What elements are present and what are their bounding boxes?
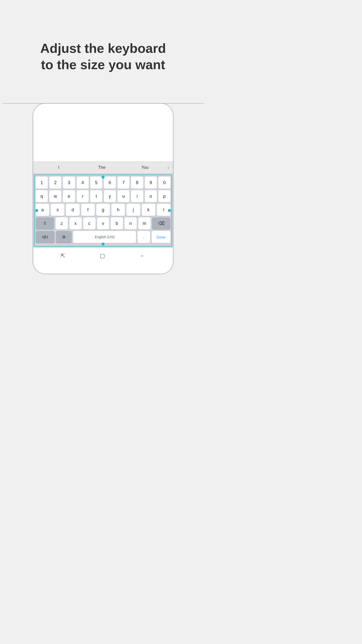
- key-symbols[interactable]: !@1: [36, 231, 55, 243]
- key-e[interactable]: e: [63, 190, 75, 202]
- key-3[interactable]: 3: [63, 177, 75, 189]
- suggestion-arrow: ›: [167, 165, 169, 170]
- key-settings[interactable]: ⚙: [56, 231, 72, 243]
- menu-icon[interactable]: ⇱: [61, 253, 65, 259]
- key-row-numbers: 1 2 3 4 5 6 7 8 9 0: [36, 177, 170, 189]
- suggestion-i[interactable]: I: [37, 165, 80, 170]
- key-8[interactable]: 8: [131, 177, 143, 189]
- keyboard-container: 1 2 3 4 5 6 7 8 9 0 q w e r t: [33, 174, 173, 248]
- keyboard-inner: 1 2 3 4 5 6 7 8 9 0 q w e r t: [35, 175, 171, 246]
- key-delete[interactable]: ⌫: [152, 217, 170, 229]
- key-shift[interactable]: ⇧: [36, 217, 54, 229]
- key-u[interactable]: u: [117, 190, 129, 202]
- key-q[interactable]: q: [36, 190, 48, 202]
- home-icon[interactable]: ▢: [100, 253, 105, 259]
- title-line1: Adjust the keyboard: [40, 41, 166, 56]
- key-m[interactable]: m: [138, 217, 151, 229]
- key-r[interactable]: r: [77, 190, 89, 202]
- page-title: Adjust the keyboard to the size you want: [40, 40, 166, 73]
- key-done[interactable]: Done: [152, 231, 170, 243]
- key-2[interactable]: 2: [49, 177, 61, 189]
- key-k[interactable]: k: [142, 204, 155, 216]
- title-line2: to the size you want: [41, 57, 165, 72]
- key-j[interactable]: j: [126, 204, 140, 216]
- suggestions-bar: I The You ›: [33, 162, 173, 174]
- key-l[interactable]: l: [157, 204, 170, 216]
- key-row-qwerty: q w e r t y u i o p: [36, 190, 170, 202]
- phone-outline: I The You › 1 2 3 4 5: [33, 103, 173, 274]
- key-p[interactable]: p: [158, 190, 170, 202]
- key-space[interactable]: English (US): [73, 231, 136, 243]
- key-7[interactable]: 7: [117, 177, 129, 189]
- back-icon[interactable]: ←: [140, 253, 146, 259]
- screen-area: [33, 104, 173, 162]
- suggestion-the[interactable]: The: [80, 165, 123, 170]
- key-d[interactable]: d: [66, 204, 79, 216]
- key-f[interactable]: f: [81, 204, 95, 216]
- key-o[interactable]: o: [145, 190, 157, 202]
- key-t[interactable]: t: [90, 190, 102, 202]
- phone-mockup: I The You › 1 2 3 4 5: [33, 103, 173, 274]
- key-i[interactable]: i: [131, 190, 143, 202]
- key-1[interactable]: 1: [36, 177, 48, 189]
- key-s[interactable]: s: [51, 204, 64, 216]
- key-4[interactable]: 4: [77, 177, 89, 189]
- key-row-bottom: !@1 ⚙ English (US) . Done: [36, 231, 170, 243]
- key-v[interactable]: v: [97, 217, 109, 229]
- key-b[interactable]: b: [111, 217, 123, 229]
- nav-bar: ⇱ ▢ ←: [33, 248, 173, 264]
- key-row-zxcv: ⇧ z x c v b n m ⌫: [36, 217, 170, 229]
- key-g[interactable]: g: [96, 204, 110, 216]
- key-y[interactable]: y: [104, 190, 116, 202]
- key-z[interactable]: z: [56, 217, 68, 229]
- key-5[interactable]: 5: [90, 177, 102, 189]
- suggestion-you[interactable]: You: [123, 165, 166, 170]
- key-w[interactable]: w: [49, 190, 61, 202]
- key-h[interactable]: h: [111, 204, 125, 216]
- key-6[interactable]: 6: [104, 177, 116, 189]
- key-a[interactable]: a: [36, 204, 49, 216]
- key-9[interactable]: 9: [145, 177, 157, 189]
- key-period[interactable]: .: [138, 231, 150, 243]
- key-c[interactable]: c: [83, 217, 96, 229]
- key-n[interactable]: n: [124, 217, 137, 229]
- key-x[interactable]: x: [69, 217, 82, 229]
- key-row-asdf: a s d f g h j k l: [36, 204, 170, 216]
- key-0[interactable]: 0: [158, 177, 170, 189]
